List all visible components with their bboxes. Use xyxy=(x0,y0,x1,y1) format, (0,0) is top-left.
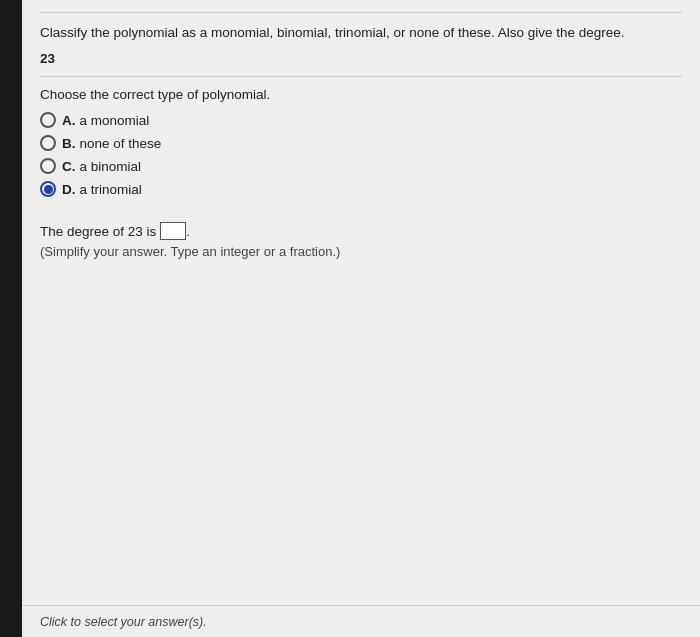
radio-d-fill xyxy=(44,185,53,194)
option-c[interactable]: C. a binomial xyxy=(40,158,682,174)
polynomial-value: 23 xyxy=(40,51,682,66)
option-b-letter: B. xyxy=(62,136,76,151)
option-a-text: a monomial xyxy=(80,113,150,128)
degree-label-text: The degree of 23 is xyxy=(40,224,156,239)
instruction-text: Classify the polynomial as a monomial, b… xyxy=(40,23,682,43)
option-d[interactable]: D. a trinomial xyxy=(40,181,682,197)
footer-bar: Click to select your answer(s). xyxy=(22,605,700,637)
degree-section: The degree of 23 is . (Simplify your ans… xyxy=(40,222,682,259)
radio-c[interactable] xyxy=(40,158,56,174)
option-d-text: a trinomial xyxy=(80,182,142,197)
choose-label: Choose the correct type of polynomial. xyxy=(40,87,682,102)
section-divider xyxy=(40,76,682,77)
options-list: A. a monomial B. none of these C. a bino… xyxy=(40,112,682,204)
option-c-letter: C. xyxy=(62,159,76,174)
top-divider xyxy=(40,12,682,13)
option-c-text: a binomial xyxy=(80,159,142,174)
degree-line: The degree of 23 is . xyxy=(40,222,682,240)
option-b[interactable]: B. none of these xyxy=(40,135,682,151)
degree-input[interactable] xyxy=(160,222,186,240)
left-sidebar xyxy=(0,0,22,637)
option-a[interactable]: A. a monomial xyxy=(40,112,682,128)
option-d-letter: D. xyxy=(62,182,76,197)
option-a-letter: A. xyxy=(62,113,76,128)
simplify-hint: (Simplify your answer. Type an integer o… xyxy=(40,244,682,259)
radio-b[interactable] xyxy=(40,135,56,151)
main-panel: Classify the polynomial as a monomial, b… xyxy=(22,0,700,637)
option-b-text: none of these xyxy=(80,136,162,151)
radio-a[interactable] xyxy=(40,112,56,128)
radio-d[interactable] xyxy=(40,181,56,197)
degree-period: . xyxy=(186,224,190,239)
footer-text: Click to select your answer(s). xyxy=(40,615,207,629)
